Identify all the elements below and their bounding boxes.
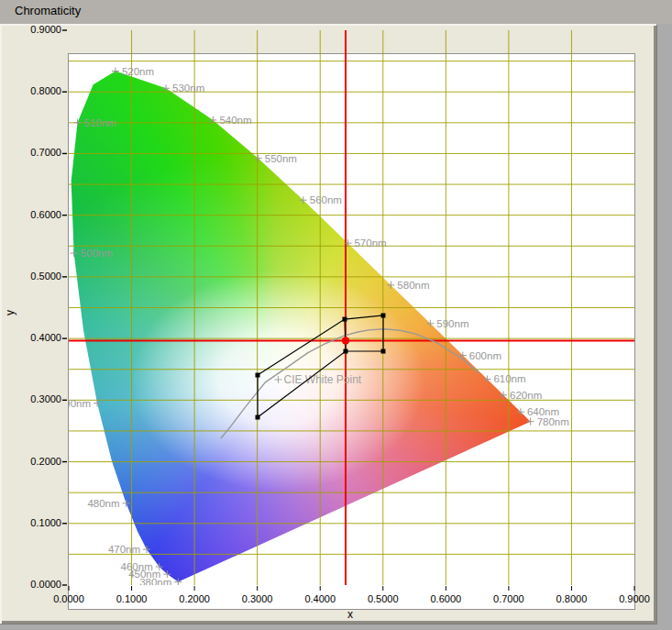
y-axis-title: y — [4, 310, 17, 315]
y-tick-label: 0.0000 — [16, 579, 61, 590]
x-tick-label: 0.3000 — [230, 593, 285, 604]
x-tick-label: 0.5000 — [356, 593, 411, 604]
spectral-wavelength-label: 600nm — [469, 350, 501, 361]
spectral-wavelength-label: 780nm — [537, 416, 569, 427]
spectral-wavelength-label: 530nm — [172, 83, 204, 94]
spectral-wavelength-label: 470nm — [108, 544, 140, 555]
x-tick-label: 0.7000 — [481, 593, 536, 604]
spectral-wavelength-label: 550nm — [265, 153, 297, 164]
spectral-wavelength-label: 590nm — [436, 318, 468, 329]
y-tick-label: 0.9000 — [16, 24, 61, 35]
x-axis-title: x — [347, 608, 353, 621]
chromaticity-window: Chromaticity 510nm520nm530nm540nm550nm56… — [0, 0, 672, 630]
spectral-wavelength-label: 520nm — [122, 66, 154, 77]
y-tick-label: 0.2000 — [16, 456, 61, 467]
spectral-wavelength-label: 490nm — [59, 398, 91, 409]
spectral-wavelength-label: 570nm — [354, 238, 386, 249]
y-tick-label: 0.5000 — [16, 271, 61, 282]
y-tick-label: 0.1000 — [16, 517, 61, 528]
spectral-wavelength-label: 480nm — [87, 498, 119, 509]
bin-vertex-marker — [256, 373, 260, 378]
x-tick-label: 0.4000 — [292, 593, 347, 604]
bin-vertex-marker — [380, 349, 385, 354]
y-tick-label: 0.3000 — [16, 393, 61, 404]
y-tick-label: 0.8000 — [16, 85, 61, 96]
cie-white-point-label: CIE White Point — [283, 373, 361, 386]
y-tick-label: 0.6000 — [16, 209, 61, 220]
y-tick-label: 0.7000 — [16, 147, 61, 158]
bin-vertex-marker — [256, 415, 260, 420]
grid-layer — [69, 30, 634, 585]
spectral-wavelength-label: 500nm — [81, 248, 113, 259]
spectral-wavelength-label: 540nm — [219, 115, 251, 126]
spectral-wavelength-label: 380nm — [139, 577, 171, 588]
x-tick-label: 0.2000 — [167, 593, 222, 604]
bin-vertex-marker — [342, 317, 347, 322]
x-tick-label: 0.0000 — [41, 593, 96, 604]
x-tick-label: 0.9000 — [607, 593, 662, 604]
spectral-wavelength-label: 580nm — [397, 280, 429, 291]
bin-vertex-marker — [343, 349, 347, 354]
y-tick-label: 0.4000 — [16, 332, 61, 343]
spectral-wavelength-label: 560nm — [310, 194, 342, 205]
bin-vertex-marker — [380, 314, 385, 318]
spectral-labels-layer: 510nm520nm530nm540nm550nm560nm570nm580nm… — [59, 66, 569, 588]
measurement-point — [342, 337, 349, 344]
chromaticity-chart[interactable]: 510nm520nm530nm540nm550nm560nm570nm580nm… — [0, 0, 672, 630]
spectral-wavelength-label: 510nm — [84, 117, 116, 128]
spectral-wavelength-label: 610nm — [493, 373, 525, 384]
x-tick-label: 0.8000 — [544, 593, 599, 604]
x-tick-label: 0.6000 — [418, 593, 473, 604]
x-tick-label: 0.1000 — [105, 593, 160, 604]
spectral-wavelength-label: 620nm — [510, 390, 542, 401]
